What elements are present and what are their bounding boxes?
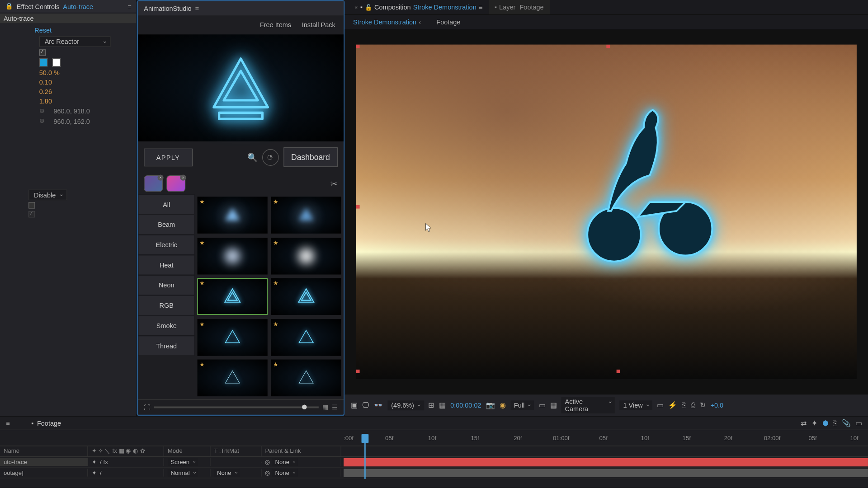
- color-swatch-1[interactable]: [39, 58, 47, 66]
- tl-icon[interactable]: ⬢: [822, 419, 828, 427]
- grid-view-icon[interactable]: ▦: [322, 404, 328, 411]
- layer-bar[interactable]: [344, 458, 868, 466]
- resolution-dropdown[interactable]: Full: [510, 400, 534, 410]
- category-beam[interactable]: Beam: [138, 215, 195, 235]
- star-icon[interactable]: ★: [199, 361, 205, 368]
- dashboard-button[interactable]: Dashboard: [283, 147, 338, 167]
- star-icon[interactable]: ★: [199, 280, 205, 286]
- switch-icon[interactable]: ＼: [104, 447, 110, 455]
- res-icon[interactable]: ⊞: [428, 401, 434, 409]
- timeline-layer[interactable]: ootage] ✦/ Normal None ◎ None: [0, 468, 868, 479]
- camera-dropdown[interactable]: Active Camera: [561, 397, 615, 413]
- timeline-ruler[interactable]: :00f 05f 10f 15f 20f 01:00f 05f 10f 15f …: [0, 430, 868, 446]
- exposure-value[interactable]: +0.0: [711, 402, 724, 409]
- star-icon[interactable]: ★: [199, 321, 205, 327]
- star-icon[interactable]: ★: [273, 321, 278, 327]
- preset-item[interactable]: ★: [198, 278, 268, 315]
- selection-handle[interactable]: [616, 370, 620, 373]
- mask-icon[interactable]: 👓: [374, 401, 383, 409]
- category-all[interactable]: All: [138, 194, 195, 215]
- preset-item[interactable]: ★: [271, 197, 341, 234]
- disable-dropdown[interactable]: Disable: [28, 189, 67, 200]
- view-dropdown[interactable]: 1 View: [620, 400, 652, 410]
- grid-icon[interactable]: ▦: [439, 401, 445, 409]
- reset-link[interactable]: Reset: [34, 27, 52, 34]
- free-items-button[interactable]: Free Items: [260, 21, 291, 28]
- checkbox-2[interactable]: [28, 202, 35, 208]
- breadcrumb-comp[interactable]: Stroke Demonstration‹: [349, 16, 426, 28]
- checkbox-1[interactable]: [39, 49, 46, 56]
- shuffle-icon[interactable]: ✂: [330, 179, 338, 188]
- switch-icon[interactable]: ▦: [119, 447, 124, 455]
- category-heat[interactable]: Heat: [138, 255, 195, 275]
- anchor-icon[interactable]: ⊕: [39, 117, 45, 125]
- preset-dropdown[interactable]: Arc Reactor: [39, 36, 111, 47]
- breadcrumb-footage[interactable]: Footage: [432, 16, 465, 28]
- channel-icon[interactable]: ◉: [500, 401, 505, 409]
- comp-name-link[interactable]: Stroke Demonstration: [413, 4, 476, 11]
- selection-handle[interactable]: [356, 44, 359, 48]
- parent-dropdown[interactable]: None: [272, 458, 297, 466]
- lock-icon[interactable]: 🔓: [365, 4, 372, 10]
- category-rgb[interactable]: RGB: [138, 296, 195, 316]
- comp-flow-icon[interactable]: ⎙: [691, 401, 695, 409]
- star-icon[interactable]: ★: [199, 239, 205, 245]
- search-icon[interactable]: 🔍: [247, 152, 257, 162]
- pickwhip-icon[interactable]: ◎: [265, 459, 270, 465]
- panel-menu-icon[interactable]: ≡: [127, 3, 131, 10]
- switch-icon[interactable]: ✧: [98, 447, 103, 455]
- preset-item[interactable]: ★: [198, 360, 268, 397]
- category-electric[interactable]: Electric: [138, 235, 195, 255]
- tl-icon[interactable]: ⇄: [801, 419, 807, 427]
- install-pack-button[interactable]: Install Pack: [302, 21, 335, 28]
- monitor-icon[interactable]: 🖵: [362, 401, 369, 409]
- tl-icon[interactable]: ▭: [855, 419, 862, 427]
- preset-item[interactable]: ★: [271, 278, 341, 315]
- star-icon[interactable]: ★: [199, 198, 205, 205]
- alpha-icon[interactable]: ▣: [351, 401, 357, 409]
- switch-icon[interactable]: ✦: [92, 447, 97, 455]
- switch-icon[interactable]: fx: [113, 447, 117, 455]
- chip-close-icon[interactable]: ×: [180, 175, 186, 181]
- switch-icon[interactable]: ◐: [133, 447, 138, 455]
- panel-menu-icon[interactable]: ≡: [479, 4, 482, 11]
- tl-icon[interactable]: 📎: [842, 419, 851, 427]
- expand-icon[interactable]: ⛶: [144, 404, 150, 411]
- star-icon[interactable]: ★: [273, 239, 278, 245]
- tl-icon[interactable]: ✦: [811, 419, 817, 427]
- preset-item[interactable]: ★: [271, 319, 341, 356]
- layer-name[interactable]: uto-trace: [0, 458, 88, 466]
- category-smoke[interactable]: Smoke: [138, 315, 195, 336]
- star-icon[interactable]: ★: [273, 198, 278, 205]
- reset-exposure-icon[interactable]: ↻: [700, 401, 706, 409]
- pixel-aspect-icon[interactable]: ▭: [657, 401, 663, 409]
- prop-coord2[interactable]: 960.0, 162.0: [53, 117, 90, 125]
- list-view-icon[interactable]: ☰: [332, 404, 338, 411]
- timeline-icon[interactable]: ⎘: [682, 401, 686, 409]
- parent-dropdown[interactable]: None: [272, 469, 297, 477]
- switch-icon[interactable]: /: [100, 469, 102, 476]
- prop-val2[interactable]: 0.26: [39, 88, 52, 95]
- lock-icon[interactable]: 🔒: [5, 2, 13, 10]
- footage-tab[interactable]: Footage: [37, 419, 61, 427]
- prop-coord1[interactable]: 960.0, 918.0: [53, 107, 90, 114]
- switch-icon[interactable]: ✦: [92, 459, 97, 465]
- playhead[interactable]: [362, 434, 369, 443]
- snapshot-icon[interactable]: 📷: [486, 401, 495, 409]
- tl-icon[interactable]: ⎘: [833, 419, 837, 427]
- switch-icon[interactable]: ✦: [92, 469, 97, 476]
- preset-item[interactable]: ★: [198, 197, 268, 234]
- as-menu-icon[interactable]: ≡: [195, 5, 198, 12]
- selection-handle[interactable]: [356, 205, 359, 209]
- preset-item[interactable]: ★: [198, 237, 268, 274]
- switch-icon[interactable]: /: [100, 459, 102, 465]
- timecode[interactable]: 0:00:00:02: [450, 402, 481, 409]
- prop-val3[interactable]: 1.80: [39, 98, 52, 105]
- category-neon[interactable]: Neon: [138, 275, 195, 296]
- apply-button[interactable]: APPLY: [144, 148, 192, 166]
- prop-val1[interactable]: 0.10: [39, 79, 52, 86]
- layer-name-link[interactable]: Auto-trace: [63, 3, 93, 10]
- switch-icon[interactable]: fx: [104, 459, 108, 465]
- zoom-slider[interactable]: [154, 406, 319, 408]
- composition-viewport[interactable]: [345, 30, 868, 394]
